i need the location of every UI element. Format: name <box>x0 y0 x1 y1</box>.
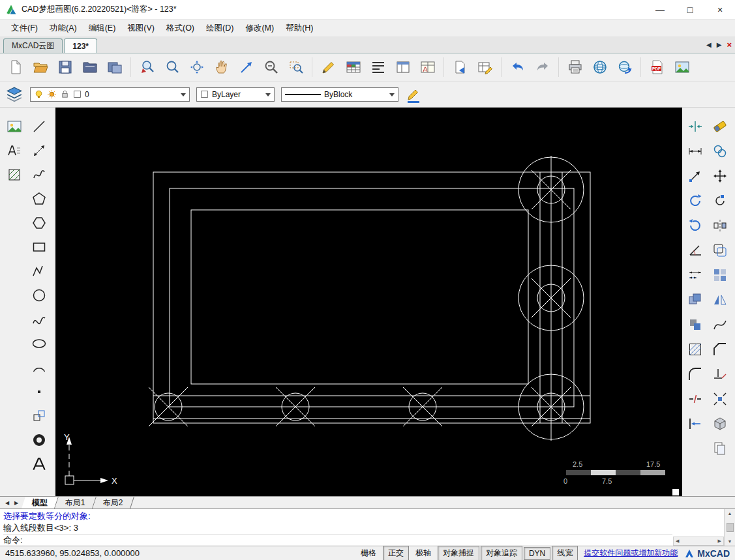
edit-table-button[interactable] <box>473 55 498 80</box>
draw-spline-button[interactable] <box>28 308 50 331</box>
draw-line-button[interactable] <box>28 115 50 138</box>
baseline-dimension-button[interactable] <box>684 264 706 286</box>
draw-hexagon-button[interactable] <box>28 212 50 234</box>
command-prompt[interactable]: 命令: <box>3 534 672 546</box>
insert-block-button[interactable] <box>28 405 50 427</box>
new-file-button[interactable] <box>3 55 28 80</box>
aligned-dimension-button[interactable] <box>28 140 50 162</box>
scale-button[interactable] <box>684 165 706 187</box>
hatch-button[interactable] <box>3 164 25 186</box>
measure-distance-button[interactable] <box>234 55 259 80</box>
trim-button[interactable] <box>709 363 731 385</box>
properties-window-button[interactable] <box>391 55 415 80</box>
web-publish-button[interactable] <box>612 55 637 80</box>
maximize-button[interactable]: □ <box>675 0 705 19</box>
paste-button[interactable] <box>709 437 731 460</box>
save-all-button[interactable] <box>102 55 127 80</box>
tab-scroll-left-icon[interactable]: ◀ <box>706 41 712 48</box>
open-drawing-button[interactable] <box>28 55 53 80</box>
scroll-down-icon[interactable]: ▼ <box>728 539 732 544</box>
extend-button[interactable] <box>684 413 706 435</box>
draw-arc-button[interactable] <box>28 357 50 379</box>
layout-scroll-left-icon[interactable]: ◀ <box>3 500 12 506</box>
copy-object-button[interactable] <box>684 289 706 311</box>
rotate-button[interactable] <box>709 190 731 212</box>
erase-button[interactable] <box>709 115 731 138</box>
toggle-otrack[interactable]: 对象追踪 <box>481 546 522 560</box>
fillet-button[interactable] <box>684 363 706 385</box>
move-button[interactable] <box>709 165 731 187</box>
layer-select[interactable]: 0 <box>30 87 190 102</box>
redo-button[interactable] <box>530 55 555 80</box>
toggle-dyn[interactable]: DYN <box>524 547 550 560</box>
rotate-cw-button[interactable] <box>684 214 706 237</box>
menu-edit[interactable]: 编辑(E) <box>83 20 122 37</box>
draw-ellipse-button[interactable] <box>28 332 50 355</box>
draw-donut-button[interactable] <box>28 429 50 451</box>
tab-close-icon[interactable]: × <box>727 40 732 50</box>
layer-manager-icon[interactable] <box>5 86 23 103</box>
menu-view[interactable]: 视图(V) <box>121 20 160 37</box>
tab-mxcad-cloud[interactable]: MxCAD云图 <box>3 38 63 53</box>
mirror-button[interactable] <box>709 214 731 237</box>
break-button[interactable] <box>684 388 706 410</box>
sketch-curve-button[interactable] <box>28 164 50 186</box>
array-button[interactable] <box>709 264 731 286</box>
open-folder-button[interactable] <box>78 55 102 80</box>
table-button[interactable] <box>341 55 366 80</box>
toggle-ortho[interactable]: 正交 <box>383 546 409 560</box>
draw-circle-button[interactable] <box>28 284 50 306</box>
scroll-right-icon[interactable]: ▶ <box>718 538 721 544</box>
layout-scroll-right-icon[interactable]: ▶ <box>12 500 21 506</box>
color-select[interactable]: ByLayer <box>196 87 275 102</box>
menu-help[interactable]: 帮助(H) <box>280 20 319 37</box>
toggle-grid[interactable]: 栅格 <box>355 546 382 560</box>
linear-dimension-button[interactable] <box>684 140 706 162</box>
toggle-osnap[interactable]: 对象捕捉 <box>438 546 479 560</box>
duplicate-button[interactable] <box>684 314 706 336</box>
tab-current-drawing[interactable]: 123* <box>64 38 97 53</box>
text-style-button[interactable] <box>3 140 25 162</box>
box-3d-button[interactable] <box>709 413 731 435</box>
tab-scroll-right-icon[interactable]: ▶ <box>717 41 722 48</box>
linetype-select[interactable]: ByBlock <box>281 87 398 102</box>
scroll-up-icon[interactable]: ▲ <box>728 511 732 516</box>
pan-button[interactable] <box>209 55 234 80</box>
break-at-point-button[interactable] <box>684 115 706 138</box>
draw-point-button[interactable] <box>28 381 50 403</box>
rotate-ccw-button[interactable] <box>684 190 706 212</box>
explode-button[interactable] <box>709 388 731 410</box>
draw-polygon-button[interactable] <box>28 188 50 210</box>
spline-edit-button[interactable] <box>709 314 731 336</box>
sketch-button[interactable] <box>316 55 341 80</box>
tab-layout2[interactable]: 布局2 <box>93 497 134 508</box>
web-button[interactable] <box>588 55 612 80</box>
chamfer-button[interactable] <box>709 338 731 361</box>
minimize-button[interactable]: — <box>645 0 675 19</box>
zoom-in-button[interactable] <box>259 55 284 80</box>
dropdown-arrow-icon[interactable] <box>389 93 395 99</box>
dropdown-arrow-icon[interactable] <box>265 93 271 99</box>
tab-layout1[interactable]: 布局1 <box>55 497 97 508</box>
canvas-grip[interactable] <box>672 489 679 495</box>
scroll-left-icon[interactable]: ◀ <box>676 538 679 544</box>
new-view-button[interactable] <box>448 55 473 80</box>
draw-polyline-button[interactable] <box>28 260 50 282</box>
zoom-window-button[interactable] <box>284 55 308 80</box>
drawing-viewport[interactable]: Y X 2.5 17.5 0 7.5 <box>55 108 682 496</box>
draw-text-button[interactable] <box>28 453 50 475</box>
tab-model[interactable]: 模型 <box>22 497 59 508</box>
zoom-extents-button[interactable] <box>185 55 209 80</box>
toggle-polar[interactable]: 极轴 <box>410 546 436 560</box>
scrollbar-thumb[interactable] <box>727 523 734 532</box>
draw-rectangle-button[interactable] <box>28 236 50 258</box>
toggle-lineweight[interactable]: 线宽 <box>552 546 578 560</box>
save-button[interactable] <box>53 55 78 80</box>
image-export-button[interactable] <box>670 55 695 80</box>
command-window[interactable]: 选择要定数等分的对象: 输入线段数目<3>: 3 命令: ◀ ▶ ▲ ▼ <box>0 508 735 546</box>
feedback-link[interactable]: 提交软件问题或增加新功能 <box>584 548 678 559</box>
command-hscrollbar[interactable]: ◀ ▶ <box>673 537 724 546</box>
pdf-export-button[interactable]: PDF <box>645 55 670 80</box>
menu-draw[interactable]: 绘图(D) <box>200 20 239 37</box>
region-hatch-button[interactable] <box>684 338 706 361</box>
